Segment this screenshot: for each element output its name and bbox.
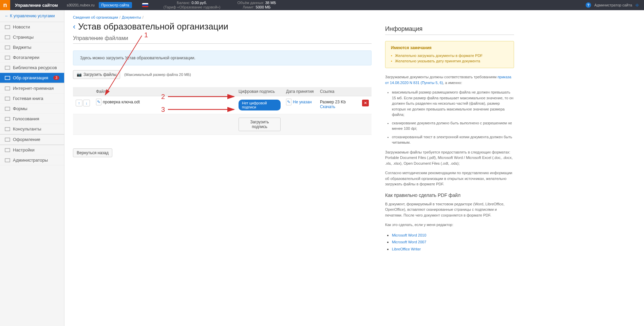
tariff-label: (Тариф «Образование годовой») <box>164 5 221 9</box>
annotation-3: 3 <box>161 106 165 114</box>
nav-label: Фотогалереи <box>13 55 39 60</box>
svg-rect-9 <box>5 117 10 121</box>
warning-item: Желательно указывать дату принятия докум… <box>391 58 508 64</box>
info-title: Информация <box>385 25 514 35</box>
logout-icon[interactable]: ⎆ <box>636 2 639 8</box>
back-button[interactable]: Вернуться назад <box>73 148 112 157</box>
nav-label: Новости <box>13 24 30 29</box>
annotation-overlay <box>64 10 370 146</box>
warning-title: Имеются замечания <box>391 45 508 50</box>
site-management-title: Управление сайтом <box>10 3 63 8</box>
nav-icon <box>5 117 10 121</box>
svg-rect-10 <box>5 127 10 131</box>
svg-rect-1 <box>5 36 10 39</box>
pdf-link-word2010[interactable]: Microsoft Word 2010 <box>392 233 426 237</box>
requirement-item: максимальный размер размещаемого файла н… <box>392 89 514 118</box>
sidebar-item-2[interactable]: Виджеты <box>0 42 64 53</box>
flag-icon[interactable] <box>142 3 148 7</box>
nav-label: Оформление <box>13 137 40 142</box>
nav-label: Формы <box>13 106 27 111</box>
admin-link[interactable]: Администратор сайта <box>594 3 632 7</box>
pdf-link-libreoffice[interactable]: LibreOffice Writer <box>392 247 421 251</box>
nav-icon <box>5 86 10 91</box>
sidebar-item-9[interactable]: Голосования <box>0 114 64 124</box>
sidebar-item-10[interactable]: Консультанты <box>0 124 64 134</box>
nav-icon <box>5 96 10 101</box>
requirement-item: отсканированный текст в электронной копи… <box>392 134 514 145</box>
logo[interactable]: n <box>0 0 10 10</box>
svg-rect-7 <box>5 97 10 100</box>
nav-label: Голосования <box>13 116 39 121</box>
sidebar-item-8[interactable]: Формы <box>0 104 64 114</box>
svg-rect-0 <box>5 25 10 29</box>
sidebar-item-13[interactable]: Администраторы <box>0 155 64 165</box>
nav-icon <box>5 76 10 80</box>
limit-label: Лимит: <box>243 5 254 9</box>
requirements-intro: Загружаемые документы должны соответство… <box>385 74 514 85</box>
sidebar-item-11[interactable]: Оформление <box>0 134 64 145</box>
nav-label: Гостевая книга <box>13 96 43 101</box>
help-icon[interactable]: ? <box>586 2 591 8</box>
svg-rect-5 <box>5 76 10 80</box>
nav-icon <box>5 158 10 163</box>
sidebar-item-6[interactable]: Интернет-приемная <box>0 83 64 94</box>
pdf-howto: Как это сделать, если у меня редактор: <box>385 222 514 228</box>
balance-label: Баланс: <box>177 1 191 5</box>
data-value: 38 МБ <box>265 1 276 5</box>
warning-box: Имеются замечания Желательно загружать д… <box>385 41 514 68</box>
nav-icon <box>5 55 10 60</box>
svg-rect-3 <box>5 56 10 59</box>
sidebar-item-12[interactable]: Настройки <box>0 145 64 155</box>
nav-label: Настройки <box>13 147 35 152</box>
nav-icon <box>5 137 10 142</box>
requirement-item: сканирование документа должно быть выпол… <box>392 120 514 131</box>
svg-rect-6 <box>5 87 10 90</box>
sidebar-item-5[interactable]: Обр.организация3 <box>0 73 64 83</box>
nav-icon <box>5 45 10 50</box>
nav-icon <box>5 35 10 40</box>
svg-rect-4 <box>5 66 10 69</box>
pdf-description: В документ, формируемый в текстовом реда… <box>385 201 514 218</box>
nav-label: Администраторы <box>13 158 48 163</box>
pdf-subtitle: Как правильно сделать PDF файл <box>385 192 514 198</box>
back-link-label: К управлению услугами <box>10 14 55 18</box>
warning-item: Желательно загружать документы в формате… <box>391 53 508 58</box>
nav-label: Виджеты <box>13 45 31 50</box>
method-info: Согласно методическим рекомендациям по п… <box>385 170 514 187</box>
svg-rect-11 <box>5 138 10 141</box>
sidebar-item-7[interactable]: Гостевая книга <box>0 94 64 104</box>
nav-label: Обр.организация <box>13 75 48 80</box>
site-domain: s30201.nubex.ru <box>63 3 99 7</box>
sidebar-item-0[interactable]: Новости <box>0 22 64 32</box>
svg-rect-8 <box>5 107 10 110</box>
svg-rect-12 <box>5 148 10 152</box>
nav-icon <box>5 25 10 29</box>
limit-value: 5000 МБ <box>256 5 271 9</box>
annotation-2: 2 <box>161 93 165 101</box>
formats-info: Загружаемые файлы требуется предоставлят… <box>385 149 514 166</box>
sidebar-item-3[interactable]: Фотогалереи <box>0 53 64 63</box>
balance-info: Баланс: 0.00 руб. (Тариф «Образование го… <box>155 1 229 9</box>
sidebar-item-1[interactable]: Страницы <box>0 32 64 42</box>
nav-label: Страницы <box>13 35 34 40</box>
svg-rect-13 <box>5 159 10 162</box>
balance-value: 0.00 руб. <box>192 1 207 5</box>
pdf-link-word2007[interactable]: Microsoft Word 2007 <box>392 240 426 244</box>
nav-icon <box>5 148 10 152</box>
preview-site-button[interactable]: Просмотр сайта <box>99 2 132 8</box>
svg-rect-2 <box>5 46 10 49</box>
back-to-services-link[interactable]: ← К управлению услугами <box>0 10 64 22</box>
nav-label: Библиотека ресурсов <box>13 65 57 70</box>
sidebar-item-4[interactable]: Библиотека ресурсов <box>0 63 64 73</box>
nav-badge: 3 <box>53 76 59 80</box>
data-label: Объём данных: <box>237 1 264 5</box>
svg-line-14 <box>105 36 142 95</box>
top-bar: n Управление сайтом s30201.nubex.ru Прос… <box>0 0 644 10</box>
annotation-1: 1 <box>144 31 148 39</box>
nav-label: Интернет-приемная <box>13 86 54 91</box>
storage-info: Объём данных: 38 МБ Лимит: 5000 МБ <box>229 1 284 9</box>
nav-label: Консультанты <box>13 126 41 131</box>
nav-icon <box>5 127 10 131</box>
nav-icon <box>5 65 10 70</box>
info-panel: Информация Имеются замечания Желательно … <box>385 15 514 321</box>
